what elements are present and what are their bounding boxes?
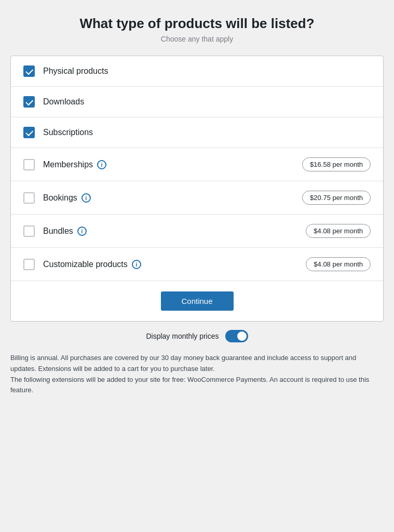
checkbox-bundles[interactable]	[23, 225, 35, 237]
page-title: What type of products will be listed?	[10, 16, 384, 32]
label-row-memberships: Membershipsi	[43, 160, 302, 169]
info-icon-bundles[interactable]: i	[77, 227, 87, 236]
label-row-physical-products: Physical products	[43, 66, 371, 76]
option-label-memberships: Memberships	[43, 160, 93, 169]
checkbox-wrapper-bundles[interactable]: Bundlesi	[23, 225, 306, 237]
checkbox-wrapper-physical-products[interactable]: Physical products	[23, 65, 371, 77]
checkbox-wrapper-bookings[interactable]: Bookingsi	[23, 192, 302, 204]
label-row-customizable-products: Customizable productsi	[43, 260, 306, 269]
price-badge-bundles: $4.08 per month	[306, 224, 371, 238]
checkbox-physical-products[interactable]	[23, 65, 35, 77]
option-row-bundles[interactable]: Bundlesi$4.08 per month	[11, 215, 383, 248]
label-row-bundles: Bundlesi	[43, 227, 306, 236]
option-label-physical-products: Physical products	[43, 66, 108, 76]
label-row-downloads: Downloads	[43, 97, 371, 107]
billing-note: Billing is annual. All purchases are cov…	[10, 353, 384, 396]
option-label-subscriptions: Subscriptions	[43, 128, 93, 137]
checkbox-memberships[interactable]	[23, 159, 35, 170]
info-icon-customizable-products[interactable]: i	[132, 260, 141, 269]
price-badge-bookings: $20.75 per month	[302, 191, 371, 205]
option-row-downloads[interactable]: Downloads	[11, 87, 383, 117]
monthly-prices-toggle[interactable]	[225, 330, 248, 342]
page-subtitle: Choose any that apply	[10, 35, 384, 43]
continue-row: Continue	[11, 281, 383, 321]
checkbox-customizable-products[interactable]	[23, 259, 35, 270]
option-row-bookings[interactable]: Bookingsi$20.75 per month	[11, 181, 383, 215]
option-row-customizable-products[interactable]: Customizable productsi$4.08 per month	[11, 248, 383, 281]
toggle-label: Display monthly prices	[146, 332, 219, 340]
option-label-bundles: Bundles	[43, 227, 73, 236]
checkbox-downloads[interactable]	[23, 96, 35, 108]
checkbox-subscriptions[interactable]	[23, 127, 35, 138]
checkbox-wrapper-downloads[interactable]: Downloads	[23, 96, 371, 108]
page-container: What type of products will be listed? Ch…	[10, 16, 384, 396]
price-badge-customizable-products: $4.08 per month	[306, 257, 371, 271]
price-badge-memberships: $16.58 per month	[302, 157, 371, 171]
page-header: What type of products will be listed? Ch…	[10, 16, 384, 43]
label-row-bookings: Bookingsi	[43, 193, 302, 203]
option-row-memberships[interactable]: Membershipsi$16.58 per month	[11, 148, 383, 181]
option-label-customizable-products: Customizable products	[43, 260, 128, 269]
options-list: Physical productsDownloadsSubscriptionsM…	[11, 56, 383, 281]
info-icon-bookings[interactable]: i	[81, 193, 91, 203]
option-row-physical-products[interactable]: Physical products	[11, 56, 383, 87]
continue-button[interactable]: Continue	[161, 291, 234, 311]
toggle-row: Display monthly prices	[10, 330, 384, 342]
checkbox-wrapper-subscriptions[interactable]: Subscriptions	[23, 127, 371, 138]
option-label-downloads: Downloads	[43, 97, 84, 107]
option-label-bookings: Bookings	[43, 193, 77, 203]
checkbox-wrapper-memberships[interactable]: Membershipsi	[23, 159, 302, 170]
info-icon-memberships[interactable]: i	[97, 160, 106, 169]
label-row-subscriptions: Subscriptions	[43, 128, 371, 137]
options-card: Physical productsDownloadsSubscriptionsM…	[10, 56, 384, 322]
checkbox-bookings[interactable]	[23, 192, 35, 204]
option-row-subscriptions[interactable]: Subscriptions	[11, 117, 383, 148]
checkbox-wrapper-customizable-products[interactable]: Customizable productsi	[23, 259, 306, 270]
